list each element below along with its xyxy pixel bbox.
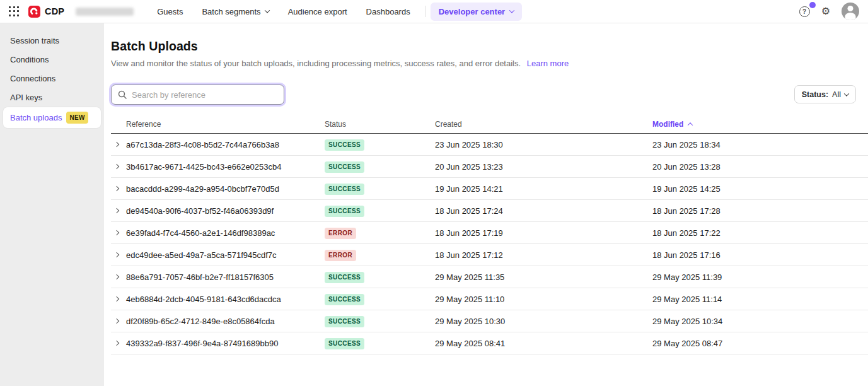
- sidebar-item-conditions[interactable]: Conditions: [0, 50, 104, 69]
- user-avatar[interactable]: [842, 3, 859, 20]
- status-badge: ERROR: [325, 228, 356, 239]
- modified-cell: 18 Jun 2025 17:22: [652, 228, 868, 238]
- page-title: Batch Uploads: [111, 39, 868, 54]
- table-row[interactable]: bacacddd-a299-4a29-a954-0bcbf7e70d5dSUCC…: [111, 178, 868, 200]
- table-row[interactable]: edc49dee-a5ed-49a7-a5ca-571f945cdf7cERRO…: [111, 244, 868, 266]
- table-row[interactable]: 6e39fad4-f7c4-4560-a2e1-146df98389acERRO…: [111, 222, 868, 244]
- column-header-reference[interactable]: Reference: [111, 120, 325, 129]
- notification-dot: [809, 2, 816, 8]
- status-badge: SUCCESS: [325, 316, 364, 327]
- logo-text: CDP: [45, 6, 64, 16]
- chevron-down-icon: [844, 91, 849, 96]
- sidebar-item-label: Conditions: [10, 55, 49, 64]
- sidebar-item-session-traits[interactable]: Session traits: [0, 32, 104, 50]
- modified-cell: 18 Jun 2025 17:28: [652, 206, 868, 216]
- row-expand-button[interactable]: [115, 319, 126, 323]
- reference-value: 439332a9-f837-496f-9e4a-87491689bb90: [126, 339, 278, 348]
- created-cell: 23 Jun 2025 18:30: [435, 140, 652, 149]
- help-button[interactable]: ?: [799, 6, 810, 17]
- new-badge: NEW: [66, 112, 88, 124]
- app-launcher-icon[interactable]: [9, 6, 20, 17]
- chevron-right-icon: [114, 341, 119, 346]
- table-header-row: Reference Status Created Modified: [111, 115, 868, 134]
- status-cell: SUCCESS: [325, 182, 435, 195]
- modified-cell: 18 Jun 2025 17:16: [652, 250, 868, 260]
- created-cell: 18 Jun 2025 17:12: [435, 250, 652, 260]
- reference-value: df20f89b-65c2-4712-849e-e8c05864fcda: [126, 317, 275, 326]
- status-filter-value: All: [832, 90, 841, 99]
- row-expand-button[interactable]: [115, 253, 126, 257]
- reference-value: edc49dee-a5ed-49a7-a5ca-571f945cdf7c: [126, 250, 277, 260]
- reference-value: 6e39fad4-f7c4-4560-a2e1-146df98389ac: [126, 228, 275, 238]
- topbar-right: ? ⚙: [799, 3, 859, 20]
- created-cell: 29 May 2025 10:30: [435, 317, 652, 326]
- reference-cell: 4eb6884d-2dcb-4045-9181-643cd6dacdca: [111, 295, 325, 304]
- sidebar-item-label: Batch uploads: [10, 113, 62, 122]
- table-row[interactable]: df20f89b-65c2-4712-849e-e8c05864fcdaSUCC…: [111, 310, 868, 332]
- created-cell: 29 May 2025 11:35: [435, 272, 652, 282]
- learn-more-link[interactable]: Learn more: [527, 59, 569, 68]
- sidebar-item-connections[interactable]: Connections: [0, 69, 104, 88]
- status-cell: SUCCESS: [325, 315, 435, 327]
- sidebar-item-api-keys[interactable]: API keys: [0, 88, 104, 107]
- status-badge: SUCCESS: [325, 338, 364, 349]
- row-expand-button[interactable]: [115, 143, 126, 146]
- row-expand-button[interactable]: [115, 165, 126, 168]
- column-header-status[interactable]: Status: [325, 120, 435, 129]
- status-badge: SUCCESS: [325, 139, 364, 151]
- sidebar-item-label: Connections: [10, 74, 55, 83]
- column-header-modified[interactable]: Modified: [652, 120, 868, 129]
- status-cell: SUCCESS: [325, 337, 435, 349]
- modified-cell: 29 May 2025 11:39: [652, 272, 868, 282]
- status-cell: SUCCESS: [325, 204, 435, 217]
- modified-cell: 23 Jun 2025 18:34: [652, 140, 868, 149]
- chevron-right-icon: [114, 186, 119, 191]
- cdp-logo-icon: [28, 6, 40, 18]
- status-cell: ERROR: [325, 249, 435, 261]
- table-row[interactable]: 439332a9-f837-496f-9e4a-87491689bb90SUCC…: [111, 332, 868, 354]
- row-expand-button[interactable]: [115, 341, 126, 345]
- created-cell: 18 Jun 2025 17:19: [435, 228, 652, 238]
- reference-cell: de94540a-90f6-4037-bf52-f46a06393d9f: [111, 206, 325, 216]
- nav-item-batch-segments[interactable]: Batch segments: [192, 2, 278, 21]
- developer-center-label: Developer center: [439, 7, 506, 16]
- nav-item-label: Audience export: [288, 7, 347, 16]
- status-cell: SUCCESS: [325, 271, 435, 283]
- row-expand-button[interactable]: [115, 209, 126, 213]
- column-header-created[interactable]: Created: [435, 120, 652, 129]
- chevron-right-icon: [114, 296, 119, 301]
- reference-cell: edc49dee-a5ed-49a7-a5ca-571f945cdf7c: [111, 250, 325, 260]
- chevron-down-icon: [509, 8, 514, 13]
- settings-gear-icon[interactable]: ⚙: [821, 6, 830, 16]
- status-cell: SUCCESS: [325, 160, 435, 173]
- sidebar-item-batch-uploads[interactable]: Batch uploadsNEW: [3, 107, 101, 128]
- table-row[interactable]: 3b4617ac-9671-4425-bc43-e662e0253cb4SUCC…: [111, 156, 868, 178]
- reference-value: bacacddd-a299-4a29-a954-0bcbf7e70d5d: [126, 184, 279, 194]
- column-header-modified-label: Modified: [652, 120, 683, 129]
- logo[interactable]: CDP: [28, 6, 64, 18]
- status-filter-label: Status:: [802, 90, 828, 99]
- row-expand-button[interactable]: [115, 231, 126, 235]
- search-icon: [118, 90, 127, 99]
- row-expand-button[interactable]: [115, 187, 126, 190]
- nav-item-audience-export[interactable]: Audience export: [279, 2, 357, 21]
- row-expand-button[interactable]: [115, 275, 126, 279]
- table-row[interactable]: 88e6a791-7057-46bf-b2e7-ff18157f6305SUCC…: [111, 266, 868, 288]
- reference-cell: 3b4617ac-9671-4425-bc43-e662e0253cb4: [111, 162, 325, 172]
- table-row[interactable]: 4eb6884d-2dcb-4045-9181-643cd6dacdcaSUCC…: [111, 288, 868, 310]
- row-expand-button[interactable]: [115, 297, 126, 301]
- reference-cell: 6e39fad4-f7c4-4560-a2e1-146df98389ac: [111, 228, 325, 238]
- chevron-right-icon: [114, 230, 119, 235]
- developer-center-button[interactable]: Developer center: [431, 3, 523, 21]
- nav-item-dashboards[interactable]: Dashboards: [357, 2, 420, 21]
- search-box: [111, 85, 284, 105]
- search-input[interactable]: [132, 85, 284, 104]
- table-row[interactable]: a67c13da-28f3-4c08-b5d2-7c44a766b3a8SUCC…: [111, 134, 868, 156]
- status-filter-button[interactable]: Status: All: [794, 85, 856, 103]
- modified-cell: 19 Jun 2025 14:25: [652, 184, 868, 194]
- status-badge: SUCCESS: [325, 161, 364, 173]
- sidebar-item-label: API keys: [10, 93, 42, 102]
- nav-item-guests[interactable]: Guests: [148, 2, 192, 21]
- table-row[interactable]: de94540a-90f6-4037-bf52-f46a06393d9fSUCC…: [111, 200, 868, 222]
- status-badge: SUCCESS: [325, 294, 364, 305]
